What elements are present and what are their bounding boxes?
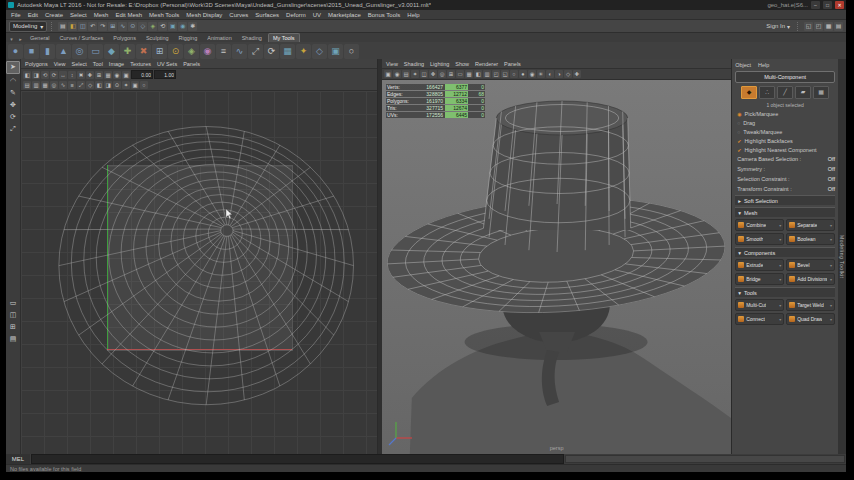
vp-lights-icon[interactable]: ☀ <box>537 70 545 78</box>
option-box-icon[interactable]: ▾ <box>830 223 832 228</box>
mel-label[interactable]: MEL <box>6 454 30 464</box>
uv-move-u-icon[interactable]: ↔ <box>59 71 67 79</box>
menu-file[interactable]: File <box>11 12 21 18</box>
uv-distortion-icon[interactable]: ∿ <box>59 81 67 89</box>
redo-icon[interactable]: ↷ <box>98 22 107 31</box>
extrude-button[interactable]: Extrude▾ <box>735 259 784 271</box>
custom-tool-1-icon[interactable]: ◆ <box>104 44 119 59</box>
render-settings-icon[interactable]: ✱ <box>188 22 197 31</box>
vp-shaded-icon[interactable]: ● <box>519 70 527 78</box>
custom-tool-2-icon[interactable]: ✚ <box>120 44 135 59</box>
smooth-button[interactable]: Smooth▾ <box>735 233 784 245</box>
poly-torus-icon[interactable]: ◎ <box>72 44 87 59</box>
menu-marketplace[interactable]: Marketplace <box>328 12 361 18</box>
uv-menu-tool[interactable]: Tool <box>93 61 103 67</box>
uv-menu-image[interactable]: Image <box>109 61 124 67</box>
ipr-render-icon[interactable]: ◉ <box>178 22 187 31</box>
vp-safe-title-icon[interactable]: ◱ <box>501 70 509 78</box>
tools-section-header[interactable]: ▾ Tools <box>735 287 835 297</box>
menu-deform[interactable]: Deform <box>286 12 306 18</box>
option-box-icon[interactable]: ▾ <box>779 303 781 308</box>
menu-mesh[interactable]: Mesh <box>94 12 109 18</box>
move-tool-icon[interactable]: ✥ <box>7 99 19 110</box>
radio-drag[interactable]: ○ Drag <box>735 119 835 126</box>
maximize-button[interactable]: □ <box>823 1 832 9</box>
bevel-button[interactable]: Bevel▾ <box>786 259 835 271</box>
uv-highlight-icon[interactable]: ✦ <box>122 81 130 89</box>
uv-checker-icon[interactable]: ≡ <box>68 81 76 89</box>
multi-component-icon[interactable]: ◆ <box>741 86 757 99</box>
layout-two-pane-icon[interactable]: ◫ <box>7 309 19 320</box>
undo-icon[interactable]: ↶ <box>88 22 97 31</box>
render-icon[interactable]: ▣ <box>168 22 177 31</box>
uv-canvas[interactable] <box>21 91 377 454</box>
uv-borders-icon[interactable]: ◇ <box>86 81 94 89</box>
menu-help[interactable]: Help <box>407 12 419 18</box>
uv-pivot-icon[interactable]: ⊙ <box>113 81 121 89</box>
option-box-icon[interactable]: ▾ <box>779 223 781 228</box>
snap-to-point-icon[interactable]: ⊙ <box>128 22 137 31</box>
vp-textured-icon[interactable]: ◉ <box>528 70 536 78</box>
vp-field-chart-icon[interactable]: ▥ <box>483 70 491 78</box>
vp-gate-mask-icon[interactable]: ◧ <box>474 70 482 78</box>
option-box-icon[interactable]: ▾ <box>830 303 832 308</box>
target-weld-button[interactable]: Target Weld▾ <box>786 299 835 311</box>
menu-bonus-tools[interactable]: Bonus Tools <box>368 12 401 18</box>
vp-menu-lighting[interactable]: Lighting <box>430 61 449 67</box>
shelf-tab-rigging[interactable]: Rigging <box>175 34 202 42</box>
vp-resolution-gate-icon[interactable]: ▦ <box>465 70 473 78</box>
vp-camera-attrs-icon[interactable]: ▤ <box>402 70 410 78</box>
uv-rotate-ccw-icon[interactable]: ⟲ <box>41 71 49 79</box>
custom-tool-3-icon[interactable]: ✖ <box>136 44 151 59</box>
menu-edit[interactable]: Edit <box>28 12 38 18</box>
menu-edit-mesh[interactable]: Edit Mesh <box>115 12 142 18</box>
menu-mesh-tools[interactable]: Mesh Tools <box>149 12 179 18</box>
panel-layout-icon[interactable]: ◰ <box>814 22 823 31</box>
select-tool-icon[interactable]: ➤ <box>6 61 20 74</box>
custom-tool-6-icon[interactable]: ◈ <box>184 44 199 59</box>
multi-cut-button[interactable]: Multi-Cut▾ <box>735 299 784 311</box>
uv-grid-icon[interactable]: ⊞ <box>95 71 103 79</box>
outliner-toggle-icon[interactable]: ◱ <box>804 22 813 31</box>
soft-selection-header[interactable]: ▸ Soft Selection <box>735 195 835 205</box>
layout-outliner-pane-icon[interactable]: ▤ <box>7 333 19 344</box>
ui-elements-toggle-icon[interactable]: ▤ <box>834 22 843 31</box>
option-box-icon[interactable]: ▾ <box>779 263 781 268</box>
checkbox-highlight-backfaces[interactable]: ✔ Highlight Backfaces <box>735 137 835 144</box>
layout-four-pane-icon[interactable]: ⊞ <box>7 321 19 332</box>
uv-isolate-icon[interactable]: ◉ <box>113 71 121 79</box>
custom-tool-13-icon[interactable]: ✦ <box>296 44 311 59</box>
vp-shadows-icon[interactable]: ◐ <box>546 70 554 78</box>
mtk-menu-object[interactable]: Object <box>735 62 751 68</box>
save-scene-icon[interactable]: ◫ <box>78 22 87 31</box>
uv-shade-icon[interactable]: ◧ <box>95 81 103 89</box>
vp-lock-camera-icon[interactable]: ◉ <box>393 70 401 78</box>
vp-menu-show[interactable]: Show <box>455 61 469 67</box>
layout-single-pane-icon[interactable]: ▭ <box>7 297 19 308</box>
custom-tool-10-icon[interactable]: ⤢ <box>248 44 263 59</box>
uv-menu-uv-sets[interactable]: UV Sets <box>157 61 177 67</box>
components-section-header[interactable]: ▾ Components <box>735 247 835 257</box>
vp-ao-icon[interactable]: ◑ <box>555 70 563 78</box>
uv-menu-polygons[interactable]: Polygons <box>25 61 48 67</box>
vp-film-gate-icon[interactable]: ▭ <box>456 70 464 78</box>
vp-select-camera-icon[interactable]: ▣ <box>384 70 392 78</box>
snap-to-curve-icon[interactable]: ∿ <box>118 22 127 31</box>
vp-oversampling-icon[interactable]: ◎ <box>438 70 446 78</box>
option-box-icon[interactable]: ▾ <box>779 277 781 282</box>
bridge-button[interactable]: Bridge▾ <box>735 273 784 285</box>
uv-refresh-icon[interactable]: ○ <box>140 81 148 89</box>
uv-snapshot-icon[interactable]: ▣ <box>122 71 130 79</box>
menu-create[interactable]: Create <box>45 12 63 18</box>
vp-menu-view[interactable]: View <box>386 61 398 67</box>
transform-constraint-setting[interactable]: Transform Constraint : Off <box>735 185 835 193</box>
uv-menu-view[interactable]: View <box>54 61 66 67</box>
lasso-tool-icon[interactable]: ◠ <box>7 75 19 86</box>
vp-menu-shading[interactable]: Shading <box>404 61 424 67</box>
menu-surfaces[interactable]: Surfaces <box>255 12 279 18</box>
uv-rotate-cw-icon[interactable]: ⟳ <box>50 71 58 79</box>
scale-tool-icon[interactable]: ⤢ <box>7 123 19 134</box>
poly-cone-icon[interactable]: ▲ <box>56 44 71 59</box>
shelf-tab-curves-surfaces[interactable]: Curves / Surfaces <box>56 34 108 42</box>
menu-curves[interactable]: Curves <box>229 12 248 18</box>
